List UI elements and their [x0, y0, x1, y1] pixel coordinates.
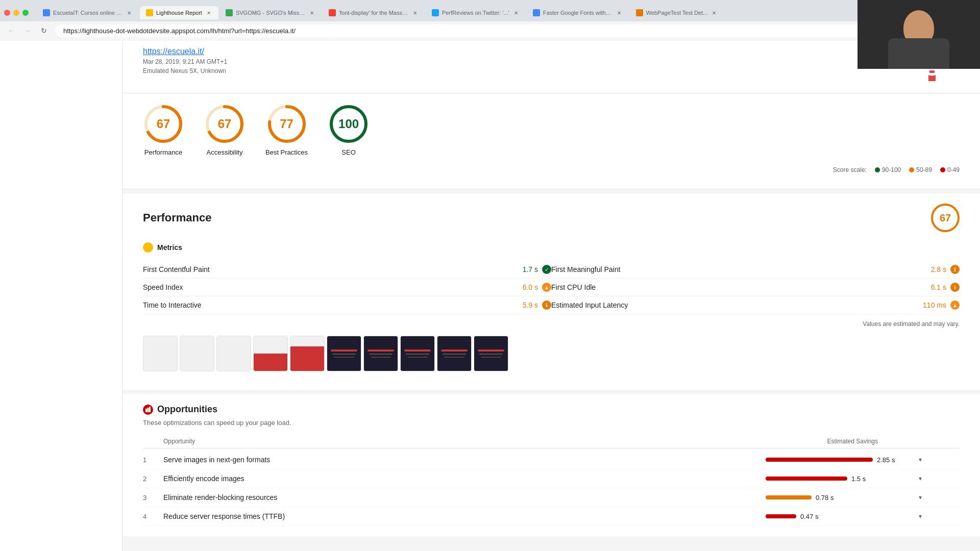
opp-bar-container-1: 2.85 s — [766, 456, 919, 464]
report-url[interactable]: https://escuela.it/ — [143, 47, 227, 56]
filmstrip-frame-9 — [437, 336, 472, 371]
metric-row-fcp: First Contentful Paint 1.7 s ✓ — [143, 261, 551, 279]
metric-value-fmp: 2.8 s — [931, 265, 946, 273]
opp-savings-2: 1.5 s — [851, 475, 866, 483]
close-window-button[interactable] — [4, 10, 10, 16]
metrics-icon — [143, 242, 153, 253]
metric-name-fcp: First Contentful Paint — [143, 265, 523, 273]
filmstrip-frame-1 — [143, 336, 178, 371]
forward-button[interactable]: → — [20, 23, 35, 38]
filmstrip-frame-8 — [400, 336, 435, 371]
scale-range-mid: 50-89 — [916, 166, 932, 173]
tab-close-4[interactable]: ✕ — [411, 9, 419, 16]
opp-bar-container-2: 1.5 s — [766, 475, 919, 483]
opp-chevron-3[interactable]: ▾ — [919, 494, 960, 501]
filmstrip-frame-3 — [216, 336, 251, 371]
opp-row-3[interactable]: 3 Eliminate render-blocking resources 0.… — [143, 488, 960, 507]
report-date: Mar 28, 2019, 9:21 AM GMT+1 — [143, 58, 227, 65]
scores-row: 67 Performance 67 Accessibility — [143, 104, 960, 156]
report-header: https://escuela.it/ Mar 28, 2019, 9:21 A… — [122, 37, 980, 93]
opp-num-3: 3 — [143, 494, 163, 502]
tab-close-2[interactable]: ✕ — [205, 9, 212, 16]
scale-item-high: 90-100 — [875, 166, 901, 173]
webcam-body — [888, 38, 949, 69]
opp-row-2[interactable]: 2 Efficiently encode images 1.5 s ▾ — [143, 469, 960, 488]
opp-col-num-header — [143, 438, 163, 445]
opportunities-title: Opportunities — [157, 404, 217, 415]
opp-chevron-1[interactable]: ▾ — [919, 456, 960, 463]
opp-name-1: Serve images in next-gen formats — [163, 456, 766, 464]
metric-value-tti: 5.9 s — [523, 301, 538, 309]
report-site-info: https://escuela.it/ Mar 28, 2019, 9:21 A… — [143, 47, 227, 74]
filmstrip-frame-6 — [327, 336, 361, 371]
minimize-window-button[interactable] — [13, 10, 19, 16]
metric-name-si: Speed Index — [143, 283, 523, 291]
frame-website-9 — [437, 336, 471, 371]
scores-section: 67 Performance 67 Accessibility — [122, 93, 980, 189]
tab-close-5[interactable]: ✕ — [512, 9, 520, 16]
opp-col-name-header: Opportunity — [163, 438, 766, 445]
opp-bar-2 — [766, 477, 847, 481]
metric-row-fci: First CPU Idle 6.1 s ℹ — [551, 279, 960, 296]
opp-num-2: 2 — [143, 475, 163, 483]
tab-close-6[interactable]: ✕ — [616, 9, 623, 16]
tab-favicon-2 — [146, 9, 153, 16]
opp-col-action-header — [919, 438, 960, 445]
performance-score-circle: 67 — [931, 204, 960, 232]
score-label-seo: SEO — [341, 148, 355, 156]
opp-name-2: Efficiently encode images — [163, 474, 766, 483]
tab-close-3[interactable]: ✕ — [308, 9, 315, 16]
tab-close-7[interactable]: ✕ — [710, 9, 718, 16]
tab-favicon-6 — [533, 9, 540, 16]
metric-name-eil: Estimated Input Latency — [551, 301, 923, 309]
filmstrip-frame-10 — [474, 336, 508, 371]
metrics-grid: First Contentful Paint 1.7 s ✓ Speed Ind… — [143, 261, 960, 314]
back-button[interactable]: ← — [4, 23, 18, 38]
metric-value-si: 6.0 s — [523, 283, 538, 291]
tab-1[interactable]: EscuelaIT: Cursos online de D... ✕ — [37, 6, 139, 19]
frame-website-6 — [327, 336, 361, 371]
scale-dot-high — [875, 167, 880, 172]
frame-website-7 — [364, 336, 398, 371]
tab-4[interactable]: 'font-display' for the Masses... ✕ — [323, 6, 425, 19]
tab-7[interactable]: WebPageTest Test Det... ✕ — [630, 6, 724, 19]
score-item-accessibility: 67 Accessibility — [204, 104, 245, 156]
fullscreen-window-button[interactable] — [22, 10, 29, 16]
opp-chevron-4[interactable]: ▾ — [919, 513, 960, 520]
filmstrip-frame-4 — [253, 336, 288, 371]
score-number-seo: 100 — [338, 117, 359, 131]
tab-2[interactable]: Lighthouse Report ✕ — [140, 6, 218, 19]
score-circle-seo: 100 — [328, 104, 369, 144]
opp-row-1[interactable]: 1 Serve images in next-gen formats 2.85 … — [143, 450, 960, 469]
tab-favicon-3 — [226, 9, 233, 16]
filmstrip-frame-7 — [363, 336, 398, 371]
tab-6[interactable]: Faster Google Fonts with Pre... ✕ — [527, 6, 629, 19]
tab-close-1[interactable]: ✕ — [126, 9, 133, 16]
metric-value-fci: 6.1 s — [931, 283, 946, 291]
metric-icon-fmp: ℹ — [950, 265, 960, 274]
tab-5[interactable]: PerfReviews on Twitter: '...' ✕ — [426, 6, 526, 19]
opp-name-3: Eliminate render-blocking resources — [163, 493, 766, 502]
tab-3[interactable]: SVGOMG - SVGO's Missing G... ✕ — [219, 6, 322, 19]
frame-blank-3 — [217, 336, 251, 371]
opp-savings-4: 0.47 s — [800, 513, 818, 520]
address-bar[interactable] — [55, 24, 976, 37]
opp-bar-container-4: 0.47 s — [766, 513, 919, 520]
scale-item-mid: 50-89 — [909, 166, 932, 173]
tab-title-6: Faster Google Fonts with Pre... — [543, 10, 612, 16]
opportunities-icon — [143, 405, 153, 415]
score-label-performance: Performance — [144, 148, 182, 156]
opp-row-4[interactable]: 4 Reduce server response times (TTFB) 0.… — [143, 507, 960, 526]
opp-chevron-2[interactable]: ▾ — [919, 475, 960, 482]
metric-name-fci: First CPU Idle — [551, 283, 931, 291]
frame-blank-2 — [180, 336, 214, 371]
filmstrip-frame-5 — [290, 336, 325, 371]
tab-favicon-1 — [43, 9, 50, 16]
frame-website-10 — [474, 336, 508, 371]
opp-bar-4 — [766, 514, 796, 518]
filmstrip — [143, 336, 960, 371]
refresh-button[interactable]: ↻ — [37, 23, 51, 38]
metric-row-si: Speed Index 6.0 s ▲ — [143, 279, 551, 296]
report-device: Emulated Nexus 5X, Unknown — [143, 67, 227, 74]
opp-bar-container-3: 0.78 s — [766, 494, 919, 502]
